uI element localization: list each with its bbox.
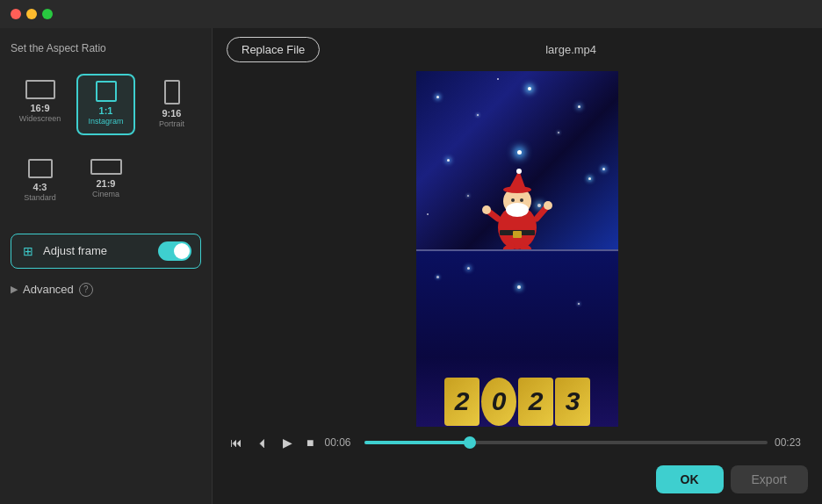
fullscreen-button[interactable] [42, 9, 53, 19]
section-title: Set the Aspect Ratio [11, 42, 201, 54]
svg-marker-5 [508, 170, 526, 190]
right-panel: Replace File large.mp4 [213, 28, 822, 504]
main-layout: Set the Aspect Ratio 16:9 Widescreen 1:1… [0, 28, 822, 504]
standard-icon [28, 159, 53, 178]
progress-track [364, 441, 768, 444]
chevron-right-icon: ▶ [11, 284, 18, 295]
svg-point-7 [511, 198, 515, 202]
close-button[interactable] [11, 9, 21, 19]
play-button[interactable]: ▶ [279, 434, 296, 451]
aspect-standard[interactable]: 4:3 Standard [11, 153, 69, 209]
aspect-cinema[interactable]: 21:9 Cinema [76, 153, 135, 209]
video-top-half [416, 71, 618, 249]
export-button[interactable]: Export [731, 465, 808, 493]
year-display: 2 0 2 3 [416, 303, 618, 427]
file-name: large.mp4 [334, 43, 808, 56]
svg-point-6 [516, 169, 522, 174]
aspect-portrait-label: 9:16 Portrait [159, 108, 184, 129]
aspect-widescreen-label: 16:9 Widescreen [19, 103, 61, 124]
svg-rect-2 [513, 231, 522, 238]
video-area: 2 0 2 3 [213, 71, 822, 427]
aspect-portrait[interactable]: 9:16 Portrait [142, 74, 201, 135]
aspect-standard-label: 4:3 Standard [24, 182, 56, 203]
adjust-frame-icon: ⊞ [20, 244, 36, 258]
top-bar: Replace File large.mp4 [213, 28, 822, 71]
progress-fill [364, 441, 469, 444]
adjust-frame-toggle[interactable] [158, 241, 191, 261]
aspect-grid-row2: 4:3 Standard 21:9 Cinema [11, 153, 201, 209]
progress-bar-container[interactable] [364, 434, 768, 451]
adjust-frame-label: Adjust frame [43, 244, 151, 257]
replace-file-button[interactable]: Replace File [227, 37, 320, 62]
aspect-grid-row1: 16:9 Widescreen 1:1 Instagram 9:16 [11, 74, 201, 135]
step-back-button[interactable]: ⏴ [253, 434, 272, 451]
aspect-widescreen[interactable]: 16:9 Widescreen [11, 74, 69, 135]
square-icon [96, 81, 117, 102]
aspect-cinema-label: 21:9 Cinema [92, 178, 119, 199]
svg-point-13 [544, 201, 552, 210]
progress-thumb[interactable] [464, 436, 476, 449]
titlebar [0, 0, 822, 28]
advanced-label: Advanced [23, 283, 74, 296]
advanced-row[interactable]: ▶ Advanced ? [11, 279, 201, 300]
video-bottom-half: 2 0 2 3 [416, 249, 618, 428]
ok-button[interactable]: OK [656, 465, 724, 493]
time-total: 00:23 [775, 436, 808, 449]
svg-point-8 [520, 198, 523, 202]
minimize-button[interactable] [26, 9, 37, 19]
cinema-icon [90, 159, 122, 175]
svg-point-12 [482, 205, 491, 214]
video-divider [416, 249, 618, 251]
aspect-square-label: 1:1 Instagram [88, 105, 123, 126]
stop-button[interactable]: ■ [303, 434, 317, 451]
portrait-icon [164, 80, 180, 104]
svg-point-9 [506, 203, 529, 217]
aspect-instagram-square[interactable]: 1:1 Instagram [76, 74, 135, 135]
left-panel: Set the Aspect Ratio 16:9 Widescreen 1:1… [0, 28, 213, 504]
time-current: 00:06 [324, 436, 357, 449]
santa-figure [482, 162, 552, 249]
action-bar: OK Export [213, 458, 822, 504]
adjust-frame-row: ⊞ Adjust frame [11, 234, 201, 269]
video-frame: 2 0 2 3 [416, 71, 618, 427]
widescreen-icon [25, 80, 55, 99]
help-icon[interactable]: ? [79, 283, 93, 297]
skip-back-button[interactable]: ⏮ [227, 434, 246, 451]
controls-bar: ⏮ ⏴ ▶ ■ 00:06 00:23 [213, 427, 822, 458]
traffic-lights [11, 9, 53, 19]
